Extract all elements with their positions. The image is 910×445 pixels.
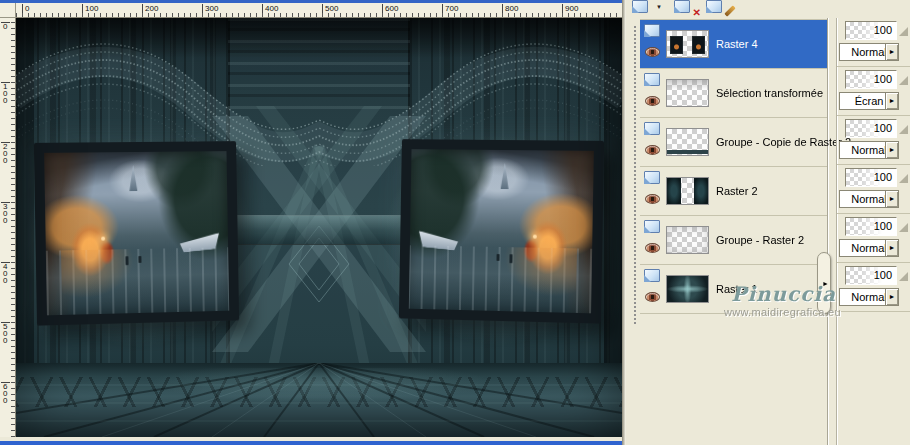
opacity-slider-handle[interactable] xyxy=(899,27,908,36)
combo-arrow-icon[interactable]: ► xyxy=(885,142,898,158)
blend-mode-select[interactable]: Normal ► xyxy=(839,239,899,257)
blend-mode-value: Normal xyxy=(851,46,886,58)
opacity-field[interactable]: 100 xyxy=(845,266,897,285)
layer-name: Groupe - Raster 2 xyxy=(716,234,804,246)
layer-rows: Raster 4 Sélection transformée Groupe - … xyxy=(640,19,827,314)
opacity-field[interactable]: 100 xyxy=(845,168,897,187)
layer-name: Raster 2 xyxy=(716,185,758,197)
layer-name: Groupe - Copie de Raster 2 xyxy=(716,136,851,148)
layer-thumbnail[interactable] xyxy=(666,128,709,156)
v-ruler-label: 400 xyxy=(1,262,10,284)
collapse-arrow-icon: ► xyxy=(822,280,829,287)
palette-drag-handle[interactable] xyxy=(634,26,636,324)
v-ruler-label: 200 xyxy=(1,142,10,164)
vertical-ruler[interactable]: 0 100 200 300 400 500 600 xyxy=(0,18,16,437)
blend-mode-select[interactable]: Écran ► xyxy=(839,92,899,110)
delete-x-icon: ✕ xyxy=(693,7,701,18)
opacity-slider-handle[interactable] xyxy=(899,174,908,183)
layer-properties-column: 100 Normal ► 100 Écran ► 100 Normal ► 10… xyxy=(836,18,910,445)
h-ruler-label: 400 xyxy=(262,4,278,17)
v-ruler-label: 100 xyxy=(1,82,10,104)
layer-list-panel: Raster 4 Sélection transformée Groupe - … xyxy=(628,18,828,445)
layer-thumbnail[interactable] xyxy=(666,275,709,303)
layer-row-raster-2[interactable]: Raster 2 xyxy=(640,167,827,216)
blend-mode-select[interactable]: Normal ► xyxy=(839,190,899,208)
layer-name: Raster 1 xyxy=(716,283,758,295)
delete-layer-button[interactable]: ✕ xyxy=(672,0,698,16)
visibility-eye-icon[interactable] xyxy=(645,96,660,106)
layer-controls-raster-4: 100 Normal ► xyxy=(837,18,910,67)
layer-row-raster-4[interactable]: Raster 4 xyxy=(640,20,827,69)
layer-row-groupe-copie-de-raster-2[interactable]: Groupe - Copie de Raster 2 xyxy=(640,118,827,167)
layer-controls-raster-1: 100 Normal ► xyxy=(837,263,910,312)
opacity-field[interactable]: 100 xyxy=(845,21,897,40)
layer-row-selection-transformee[interactable]: Sélection transformée xyxy=(640,69,827,118)
blend-mode-value: Normal xyxy=(851,193,886,205)
v-ruler-label: 500 xyxy=(1,322,10,344)
new-layer-button[interactable]: ▼ xyxy=(630,0,656,16)
layer-thumbnail[interactable] xyxy=(666,79,709,107)
h-ruler-label: 300 xyxy=(202,4,218,17)
raster-layer-icon xyxy=(644,269,660,282)
blend-mode-value: Écran xyxy=(855,95,884,107)
opacity-slider-handle[interactable] xyxy=(899,76,908,85)
vignette xyxy=(16,18,622,437)
opacity-field[interactable]: 100 xyxy=(845,70,897,89)
visibility-eye-icon[interactable] xyxy=(645,243,660,253)
layer-thumbnail[interactable] xyxy=(666,226,709,254)
v-ruler-label: 600 xyxy=(1,382,10,404)
visibility-eye-icon[interactable] xyxy=(645,292,660,302)
new-layer-icon xyxy=(632,0,648,13)
opacity-slider-handle[interactable] xyxy=(899,223,908,232)
horizontal-ruler[interactable]: 0 100 200 300 400 500 600 700 800 900 xyxy=(16,3,622,18)
opacity-slider-handle[interactable] xyxy=(899,125,908,134)
layer-row-groupe-raster-2[interactable]: Groupe - Raster 2 xyxy=(640,216,827,265)
palette-collapse-handle[interactable]: ► xyxy=(817,252,831,314)
h-ruler-label: 700 xyxy=(442,4,458,17)
combo-arrow-icon[interactable]: ► xyxy=(885,240,898,256)
layer-controls-raster-2: 100 Normal ► xyxy=(837,165,910,214)
raster-layer-icon xyxy=(644,220,660,233)
opacity-slider-handle[interactable] xyxy=(899,272,908,281)
layer-controls-groupe-raster-2: 100 Normal ► xyxy=(837,214,910,263)
image-window-bottom-border xyxy=(0,441,622,445)
layer-thumbnail[interactable] xyxy=(666,177,709,205)
v-ruler-label: 300 xyxy=(1,202,10,224)
opacity-field[interactable]: 100 xyxy=(845,119,897,138)
layer-row-raster-1[interactable]: Raster 1 xyxy=(640,265,827,314)
h-ruler-label: 600 xyxy=(382,4,398,17)
raster-layer-icon xyxy=(644,171,660,184)
combo-arrow-icon[interactable]: ► xyxy=(885,191,898,207)
h-ruler-label: 100 xyxy=(82,4,98,17)
visibility-eye-icon[interactable] xyxy=(645,194,660,204)
ruler-corner-box xyxy=(0,3,16,18)
blend-mode-select[interactable]: Normal ► xyxy=(839,141,899,159)
combo-arrow-icon[interactable]: ► xyxy=(885,93,898,109)
psp-workspace: 0 100 200 300 400 500 600 700 800 900 0 … xyxy=(0,0,910,445)
image-window: 0 100 200 300 400 500 600 700 800 900 0 … xyxy=(0,0,626,445)
layer-name: Sélection transformée xyxy=(716,87,823,99)
blend-mode-value: Normal xyxy=(851,242,886,254)
edit-layer-button[interactable] xyxy=(704,0,730,16)
pencil-icon xyxy=(724,5,735,16)
h-ruler-label: 0 xyxy=(22,4,29,17)
h-ruler-label: 900 xyxy=(562,4,578,17)
h-ruler-label: 800 xyxy=(502,4,518,17)
blend-mode-select[interactable]: Normal ► xyxy=(839,43,899,61)
visibility-eye-icon[interactable] xyxy=(645,47,660,57)
canvas-artwork[interactable] xyxy=(16,18,622,437)
palette-toolbar: ▼ ✕ xyxy=(626,0,856,17)
raster-layer-icon xyxy=(644,24,660,37)
layer-controls-selection-transformee: 100 Écran ► xyxy=(837,67,910,116)
layer-thumbnail[interactable] xyxy=(666,30,709,58)
raster-layer-icon xyxy=(644,73,660,86)
layer-controls-groupe-copie-de-raster-2: 100 Normal ► xyxy=(837,116,910,165)
blend-mode-select[interactable]: Normal ► xyxy=(839,288,899,306)
layer-name: Raster 4 xyxy=(716,38,758,50)
h-ruler-label: 200 xyxy=(142,4,158,17)
dropdown-arrow-icon[interactable]: ▼ xyxy=(656,4,662,10)
combo-arrow-icon[interactable]: ► xyxy=(885,44,898,60)
opacity-field[interactable]: 100 xyxy=(845,217,897,236)
combo-arrow-icon[interactable]: ► xyxy=(885,289,898,305)
visibility-eye-icon[interactable] xyxy=(645,145,660,155)
